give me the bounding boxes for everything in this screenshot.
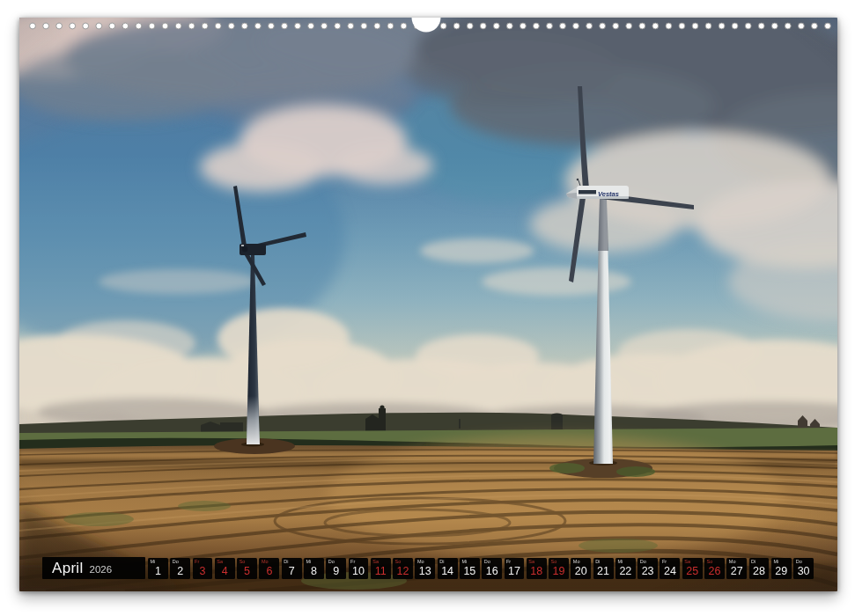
weekday-label: Do [796,559,802,564]
binding-hole [626,23,632,29]
day-number: 29 [771,565,792,577]
binding-hole [560,23,566,29]
weekday-label: Mo [262,559,269,564]
day-tile: Sa 4 [215,558,235,579]
binding-hole [308,23,314,29]
day-number: 15 [460,565,480,577]
binding-hole [215,23,221,29]
day-tile: Di 21 [593,558,614,579]
weekday-label: Fr [195,559,199,564]
day-number: 23 [638,565,658,577]
binding-hole [387,23,394,29]
day-number: 21 [593,565,614,577]
day-number: 1 [148,565,168,577]
binding-hole [639,23,645,29]
day-number: 12 [393,565,413,577]
binding-hole [666,23,672,29]
day-tile: Do 2 [170,558,190,579]
weekday-label: Di [751,559,755,564]
weekday-label: Mi [461,559,467,564]
day-tile: Mi 1 [148,558,168,579]
weekday-label: Do [640,559,646,564]
day-tile: Di 28 [749,558,770,579]
binding-hole [547,23,553,29]
day-number: 6 [259,565,279,577]
weekday-label: Mo [417,559,424,564]
day-tile: Mo 20 [571,558,591,579]
day-tile: Di 7 [282,558,302,579]
day-number: 10 [349,565,369,577]
day-number: 30 [793,565,814,577]
binding-hole [758,23,764,29]
day-tiles: Mi 1 Do 2 Fr 3 Sa 4 [148,558,814,579]
day-tile: Fr 17 [505,558,525,579]
day-number: 26 [704,565,725,577]
binding-hole [188,23,195,29]
weekday-label: Mo [729,559,736,564]
binding-hole [348,23,354,29]
binding-hole [613,23,619,29]
weekday-label: Di [595,559,600,564]
weekday-label: Sa [372,559,379,564]
binding-hole [467,23,473,29]
binding-hole [771,23,778,29]
day-tile: Fr 10 [349,558,369,579]
binding-hole [480,23,486,29]
day-number: 7 [282,565,302,577]
day-tile: Mi 8 [304,558,324,579]
weekday-label: Di [284,559,288,564]
weekday-label: Sa [528,559,534,564]
weekday-label: Mi [617,559,623,564]
binding-hole [295,23,301,29]
binding-hole [374,23,380,29]
binding-hole [799,23,805,29]
weekday-label: Do [173,559,179,564]
day-number: 22 [615,565,636,577]
binding-hole [149,23,155,29]
binding-hole [136,23,142,29]
day-number: 28 [749,565,770,577]
day-tile: Do 30 [793,558,814,579]
weekday-label: Do [484,559,490,564]
binding-hole [202,23,208,29]
day-tile: Di 14 [438,558,458,579]
binding-hole [30,23,36,29]
day-number: 2 [170,565,190,577]
weekday-label: Di [439,559,444,564]
day-number: 8 [304,565,324,577]
binding-hole [241,23,247,29]
binding-hole [269,23,275,29]
binding-hole [122,23,129,29]
binding-hole [228,23,234,29]
binding-hole [812,23,818,29]
weekday-label: So [707,559,713,564]
binding-hole [652,23,659,29]
day-tile: Sa 25 [682,558,703,579]
binding-hole [440,23,446,29]
binding-hole [825,23,831,29]
calendar-page: Vestas April 2026 Mi 1 [19,18,837,591]
day-tile: Do 9 [326,558,346,579]
binding-hole [335,23,341,29]
weekday-label: Do [328,559,335,564]
day-tile: Mo 13 [415,558,435,579]
day-tile: Mi 22 [615,558,636,579]
weekday-label: Fr [662,559,667,564]
day-number: 9 [326,565,346,577]
binding-hole [255,23,262,29]
binding-hole [719,23,725,29]
day-tile: Mi 29 [771,558,792,579]
day-number: 17 [505,565,525,577]
weekday-label: Mi [773,559,778,564]
binding-hole [732,23,738,29]
binding-hole [282,23,288,29]
weekday-label: So [240,559,246,564]
binding-hole [745,23,751,29]
weekday-label: Mi [151,559,156,564]
day-tile: Do 23 [638,558,658,579]
day-number: 5 [237,565,257,577]
day-tile: Fr 24 [660,558,680,579]
day-number: 25 [682,565,703,577]
day-tile: So 5 [237,558,257,579]
day-tile: So 12 [393,558,413,579]
